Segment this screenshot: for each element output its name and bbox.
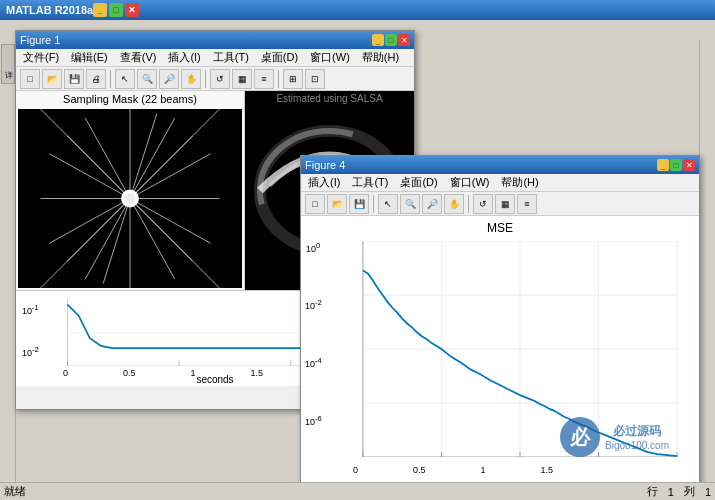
- figure4-plot-area: MSE 100 10-2 10-4 10-6: [301, 216, 699, 497]
- fig1-y-min: 10-2: [22, 345, 39, 358]
- status-col-value: 1: [705, 486, 711, 498]
- tb-sep3: [278, 70, 279, 88]
- figure4-toolbar: □ 📂 💾 ↖ 🔍 🔎 ✋ ↺ ▦ ≡: [301, 192, 699, 216]
- watermark-line2: Bigoo100.com: [605, 440, 669, 451]
- watermark: 必 必过源码 Bigoo100.com: [560, 417, 669, 457]
- mse-title: MSE: [487, 221, 513, 235]
- fig4-tb-colorbar[interactable]: ▦: [495, 194, 515, 214]
- fig4-sep1: [373, 195, 374, 213]
- tb-sep1: [110, 70, 111, 88]
- tb-rotate[interactable]: ↺: [210, 69, 230, 89]
- tb-save[interactable]: 💾: [64, 69, 84, 89]
- svg-point-24: [125, 193, 136, 204]
- fig1-menu-edit[interactable]: 编辑(E): [68, 49, 111, 66]
- fig4-menu-window[interactable]: 窗口(W): [447, 174, 493, 191]
- tb-colorbar[interactable]: ▦: [232, 69, 252, 89]
- fig4-menu-help[interactable]: 帮助(H): [498, 174, 541, 191]
- fig1-xlabel: seconds: [196, 374, 233, 385]
- fig4-menu-desktop[interactable]: 桌面(D): [397, 174, 440, 191]
- fig4-y-label-1e0: 100: [306, 241, 320, 254]
- fig4-y-label-1em2: 10-2: [305, 298, 322, 311]
- fig4-y-label-1em4: 10-4: [305, 356, 322, 369]
- status-row-label: 行: [647, 484, 658, 499]
- matlab-statusbar: 就绪 行 1 列 1: [0, 482, 715, 500]
- close-button[interactable]: ✕: [125, 3, 139, 17]
- tb-new[interactable]: □: [20, 69, 40, 89]
- figure4-controls: _ □ ✕: [657, 159, 695, 171]
- tb-print[interactable]: 🖨: [86, 69, 106, 89]
- fig1-maximize[interactable]: □: [385, 34, 397, 46]
- sidebar-tab-1[interactable]: 详: [1, 44, 15, 84]
- minimize-button[interactable]: _: [93, 3, 107, 17]
- estimated-title: Estimated using SALSA: [245, 91, 414, 106]
- left-sidebar: 详: [0, 40, 16, 482]
- maximize-button[interactable]: □: [109, 3, 123, 17]
- matlab-titlebar: MATLAB R2018a _ □ ✕: [0, 0, 715, 20]
- window-controls: _ □ ✕: [93, 3, 139, 17]
- fig1-menu-view[interactable]: 查看(V): [117, 49, 160, 66]
- figure4-window: Figure 4 _ □ ✕ 插入(I) 工具(T) 桌面(D) 窗口(W) 帮…: [300, 155, 700, 500]
- figure1-controls: _ □ ✕: [372, 34, 410, 46]
- tb-sep2: [205, 70, 206, 88]
- tb-pan[interactable]: ✋: [181, 69, 201, 89]
- figure4-menubar: 插入(I) 工具(T) 桌面(D) 窗口(W) 帮助(H): [301, 174, 699, 192]
- figure1-toolbar: □ 📂 💾 🖨 ↖ 🔍 🔎 ✋ ↺ ▦ ≡ ⊞ ⊡: [16, 67, 414, 91]
- matlab-title: MATLAB R2018a: [6, 4, 93, 16]
- figure1-title: Figure 1: [20, 34, 372, 46]
- fig1-menu-desktop[interactable]: 桌面(D): [258, 49, 301, 66]
- watermark-icon: 必: [560, 417, 600, 457]
- fig1-menu-file[interactable]: 文件(F): [20, 49, 62, 66]
- fig1-minimize[interactable]: _: [372, 34, 384, 46]
- sampling-mask-title: Sampling Mask (22 beams): [16, 91, 244, 107]
- status-ready: 就绪: [4, 484, 26, 499]
- fig1-menu-help[interactable]: 帮助(H): [359, 49, 402, 66]
- fig1-close[interactable]: ✕: [398, 34, 410, 46]
- fig4-tb-pan[interactable]: ✋: [444, 194, 464, 214]
- watermark-line1: 必过源码: [605, 423, 669, 440]
- fig4-tb-new[interactable]: □: [305, 194, 325, 214]
- matlab-body: 详 Figure 1 _ □ ✕ 文件(F) 编辑(E) 查看(V) 插入(I)…: [0, 20, 715, 500]
- status-row-value: 1: [668, 486, 674, 498]
- fig1-menu-insert[interactable]: 插入(I): [165, 49, 203, 66]
- fig1-menu-window[interactable]: 窗口(W): [307, 49, 353, 66]
- figure1-menubar: 文件(F) 编辑(E) 查看(V) 插入(I) 工具(T) 桌面(D) 窗口(W…: [16, 49, 414, 67]
- fig4-tb-zoom-in[interactable]: 🔍: [400, 194, 420, 214]
- fig4-tb-save[interactable]: 💾: [349, 194, 369, 214]
- fig4-minimize[interactable]: _: [657, 159, 669, 171]
- fig4-sep2: [468, 195, 469, 213]
- fig4-tb-cursor[interactable]: ↖: [378, 194, 398, 214]
- sampling-mask-svg: [18, 109, 242, 288]
- fig4-menu-insert[interactable]: 插入(I): [305, 174, 343, 191]
- fig4-tb-legend[interactable]: ≡: [517, 194, 537, 214]
- tb-zoom-out[interactable]: 🔎: [159, 69, 179, 89]
- fig4-maximize[interactable]: □: [670, 159, 682, 171]
- tb-cursor[interactable]: ↖: [115, 69, 135, 89]
- figure4-titlebar: Figure 4 _ □ ✕: [301, 156, 699, 174]
- fig4-x-labels: 0 0.5 1 1.5: [353, 465, 553, 475]
- fig4-tb-zoom-out[interactable]: 🔎: [422, 194, 442, 214]
- fig1-y-max: 10-1: [22, 303, 39, 316]
- tb-open[interactable]: 📂: [42, 69, 62, 89]
- fig4-y-label-1em6: 10-6: [305, 414, 322, 427]
- fig4-tb-rotate[interactable]: ↺: [473, 194, 493, 214]
- fig4-menu-tools[interactable]: 工具(T): [349, 174, 391, 191]
- tb-axes[interactable]: ⊡: [305, 69, 325, 89]
- fig1-menu-tools[interactable]: 工具(T): [210, 49, 252, 66]
- figure1-titlebar: Figure 1 _ □ ✕: [16, 31, 414, 49]
- tb-zoom-in[interactable]: 🔍: [137, 69, 157, 89]
- figure4-title: Figure 4: [305, 159, 657, 171]
- fig4-close[interactable]: ✕: [683, 159, 695, 171]
- tb-legend[interactable]: ≡: [254, 69, 274, 89]
- matlab-window: MATLAB R2018a _ □ ✕ 详 Figure 1 _ □ ✕: [0, 0, 715, 500]
- fig4-tb-open[interactable]: 📂: [327, 194, 347, 214]
- tb-grid[interactable]: ⊞: [283, 69, 303, 89]
- status-col-label: 列: [684, 484, 695, 499]
- sampling-mask-image: [18, 109, 242, 288]
- right-sidebar: [699, 40, 715, 482]
